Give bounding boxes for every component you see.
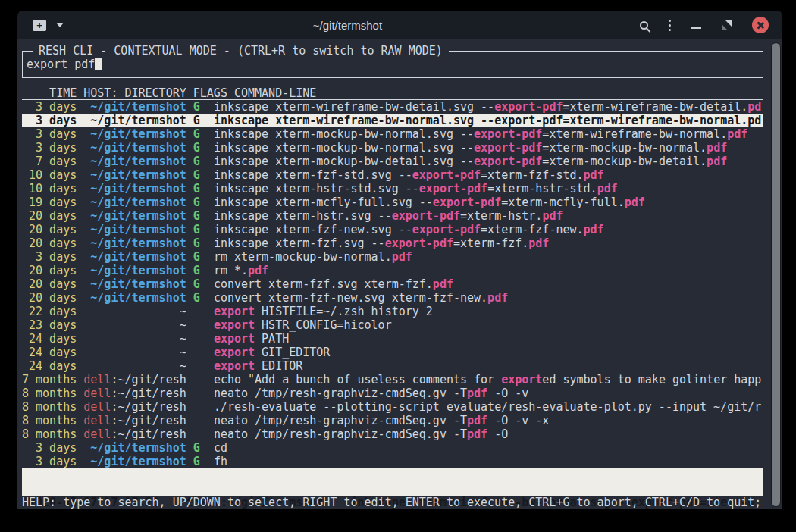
history-row[interactable]: 20 days ~/git/termshot G convert xterm-f… [22,291,763,305]
history-row[interactable]: 24 days ~ export EDITOR [22,359,763,373]
history-row[interactable]: 20 days ~/git/termshot G inkscape xterm-… [22,209,763,223]
scrollbar[interactable] [772,43,780,506]
table-header: TIME HOST: DIRECTORY FLAGS COMMAND-LINE [22,86,763,100]
kebab-menu-icon[interactable] [669,20,671,31]
history-row[interactable]: 22 days ~ export HISTFILE=~/.zsh_history… [22,305,763,318]
history-row[interactable]: 8 months dell:~/git/resh ./resh-evaluate… [22,400,763,414]
history-row[interactable]: 3 days ~/git/termshot G rm xterm-mockup-… [22,250,763,264]
details-panel: 2020-05-07 17:17:28 tower:~/git/termshot… [22,468,763,496]
history-row[interactable]: 3 days ~/git/termshot G inkscape xterm-w… [22,100,763,114]
history-row[interactable]: 3 days ~/git/termshot G fh [22,455,763,468]
history-row[interactable]: 20 days ~/git/termshot G inkscape xterm-… [22,223,763,236]
history-row[interactable]: 8 months dell:~/git/resh neato /tmp/resh… [22,386,763,400]
history-row[interactable]: 3 days ~/git/termshot G inkscape xterm-m… [22,127,763,141]
history-row[interactable]: 19 days ~/git/termshot G inkscape xterm-… [22,196,763,209]
history-row[interactable]: 20 days ~/git/termshot G inkscape xterm-… [22,236,763,250]
search-icon[interactable] [640,21,648,30]
history-row[interactable]: 7 days ~/git/termshot G inkscape xterm-m… [22,155,763,168]
history-row[interactable]: 24 days ~ export PATH [22,332,763,346]
history-row[interactable]: 20 days ~/git/termshot G convert xterm-f… [22,277,763,291]
close-icon[interactable] [752,17,769,33]
text-cursor [95,58,102,70]
search-box-label: RESH CLI - CONTEXTUAL MODE - (CTRL+R to … [33,44,449,58]
titlebar: + ~/git/termshot [17,11,782,39]
search-box[interactable]: RESH CLI - CONTEXTUAL MODE - (CTRL+R to … [22,51,763,78]
history-row[interactable]: 8 months dell:~/git/resh neato /tmp/resh… [22,427,763,441]
chevron-down-icon[interactable] [56,23,64,27]
history-row[interactable]: 3 days ~/git/termshot G cd [22,441,763,455]
terminal-window: + ~/git/termshot RESH CLI - CONTEXTUAL M… [17,11,782,509]
history-row[interactable]: 10 days ~/git/termshot G inkscape xterm-… [22,168,763,182]
history-row[interactable]: 24 days ~ export GIT_EDITOR [22,346,763,359]
history-row[interactable]: 3 days ~/git/termshot G inkscape xterm-m… [22,141,763,155]
history-row[interactable]: 8 months dell:~/git/resh neato /tmp/resh… [22,414,763,427]
minimize-icon[interactable] [691,27,701,29]
restore-icon[interactable] [722,20,732,30]
new-tab-icon[interactable]: + [33,20,46,31]
help-bar: HELP: type to search, UP/DOWN to select,… [22,496,763,509]
history-row[interactable]: 10 days ~/git/termshot G inkscape xterm-… [22,182,763,196]
search-input[interactable]: export pdf [27,58,95,71]
history-row[interactable]: 7 months dell:~/git/resh echo "Add a bun… [22,373,763,386]
history-row[interactable]: 20 days ~/git/termshot G rm *.pdf [22,264,763,277]
window-title: ~/git/termshot [93,19,602,32]
history-list: 3 days ~/git/termshot G inkscape xterm-w… [22,100,763,468]
history-row[interactable]: 23 days ~ export HSTR_CONFIG=hicolor [22,318,763,332]
history-row[interactable]: 3 days ~/git/termshot G inkscape xterm-w… [22,114,763,127]
terminal-content: RESH CLI - CONTEXTUAL MODE - (CTRL+R to … [17,39,782,509]
